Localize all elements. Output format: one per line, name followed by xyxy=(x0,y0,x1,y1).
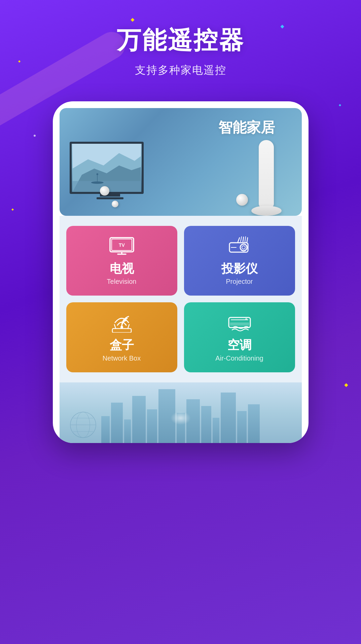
projector-name-zh: 投影仪 xyxy=(221,261,258,276)
building-11 xyxy=(221,393,236,443)
svg-line-19 xyxy=(245,237,246,242)
tv-screen xyxy=(70,142,144,194)
cityscape xyxy=(60,382,302,443)
svg-rect-22 xyxy=(112,329,131,333)
ac-icon xyxy=(226,312,253,333)
light-burst xyxy=(167,408,194,430)
network-name-zh: 盒子 xyxy=(110,338,134,352)
building-10 xyxy=(213,418,219,443)
sphere-2 xyxy=(112,201,118,207)
svg-line-24 xyxy=(128,325,129,329)
fan-illustration xyxy=(251,140,282,216)
network-name-en: Network Box xyxy=(103,354,141,362)
ac-name-en: Air-Conditioning xyxy=(215,354,263,362)
network-card[interactable]: 盒子 Network Box xyxy=(66,302,177,372)
tv-illustration xyxy=(70,142,150,209)
svg-point-13 xyxy=(240,244,247,251)
svg-point-6 xyxy=(96,173,98,175)
svg-point-14 xyxy=(242,246,245,249)
svg-line-16 xyxy=(243,237,244,242)
fan-body xyxy=(259,140,274,207)
tv-screen-inner xyxy=(72,144,142,192)
svg-line-23 xyxy=(114,325,116,329)
smart-home-banner: 智能家居 xyxy=(60,108,302,216)
building-5 xyxy=(147,409,157,443)
svg-point-35 xyxy=(171,411,191,425)
svg-line-15 xyxy=(238,238,240,242)
sphere-3 xyxy=(236,194,248,206)
projector-name-en: Projector xyxy=(226,278,253,285)
building-9 xyxy=(201,406,211,443)
tv-card[interactable]: TV 电视 Television xyxy=(66,226,177,296)
fan-base xyxy=(251,206,282,216)
ac-name-zh: 空调 xyxy=(227,338,252,352)
sub-title: 支持多种家电遥控 xyxy=(0,63,361,78)
svg-text:TV: TV xyxy=(119,242,125,248)
svg-line-17 xyxy=(247,238,248,242)
banner-title: 智能家居 xyxy=(218,118,275,137)
phone-container: 智能家居 xyxy=(0,101,361,443)
building-4 xyxy=(132,396,146,443)
header: 万能遥控器 支持多种家电遥控 xyxy=(0,0,361,91)
building-2 xyxy=(111,403,123,443)
projector-card[interactable]: 投影仪 Projector xyxy=(184,226,295,296)
svg-point-29 xyxy=(245,318,247,320)
ac-card[interactable]: 空调 Air-Conditioning xyxy=(184,302,295,372)
building-12 xyxy=(237,411,247,443)
tv-name-zh: 电视 xyxy=(110,261,134,276)
building-3 xyxy=(124,419,131,443)
svg-line-18 xyxy=(241,237,242,242)
projector-icon xyxy=(226,236,253,256)
tv-name-en: Television xyxy=(107,278,137,285)
app-grid: TV 电视 Television xyxy=(60,216,302,382)
tv-scene-svg xyxy=(72,144,142,192)
globe-decor xyxy=(70,405,110,440)
sphere-1 xyxy=(100,186,109,196)
tv-icon: TV xyxy=(108,236,135,256)
phone-mockup: 智能家居 xyxy=(53,101,309,443)
network-icon xyxy=(108,312,135,333)
tv-base xyxy=(97,197,123,199)
building-13 xyxy=(248,404,260,443)
main-title: 万能遥控器 xyxy=(0,27,361,54)
